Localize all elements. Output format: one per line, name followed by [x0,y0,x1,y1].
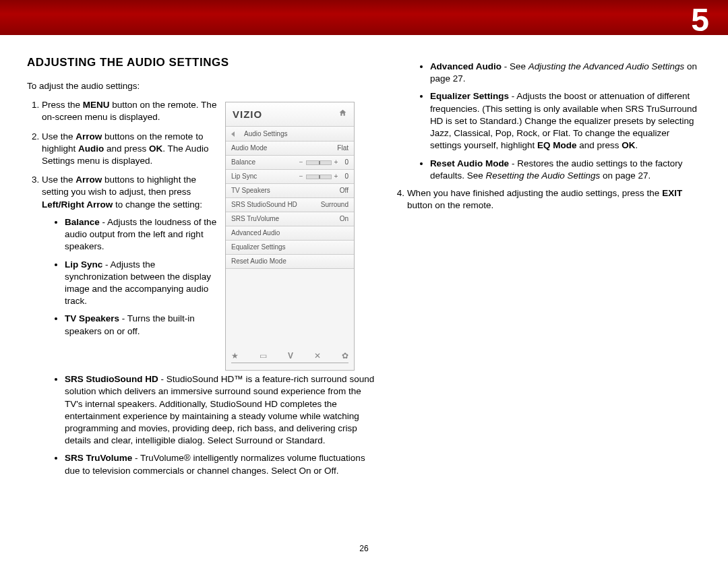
t: Arrow [75,175,102,185]
t: SRS StudioSound HD [65,374,158,384]
page-content: ADJUSTING THE AUDIO SETTINGS To adjust t… [0,35,728,482]
t: Balance [65,217,100,227]
osd-row-value: Off [340,186,348,195]
osd-row-label: Advanced Audio [231,228,280,238]
steps-inset: Press the MENU button on the remote. The… [27,99,217,371]
plus-icon: + [334,172,338,181]
t: SRS TruVolume [65,453,132,463]
intro-text: To adjust the audio settings: [27,80,376,92]
bullet-reset: Reset Audio Mode - Restores the audio se… [430,158,701,182]
t: - See [502,61,528,71]
minus-icon: − [299,172,303,181]
osd-row-label: SRS TruVolume [231,214,279,224]
chapter-banner: 5 [0,0,728,35]
t: When you have finished adjusting the aud… [407,188,662,198]
t: Lip Sync [65,259,102,270]
chapter-number: 5 [691,0,709,42]
back-triangle-icon [231,131,235,137]
t: Advanced Audio [430,61,502,71]
osd-row-label: Balance [231,158,255,167]
osd-panel: VIZIO Audio Settings Audio ModeFlatBalan… [225,102,355,371]
bullet-tvspeakers: TV Speakers - Turns the built-in speaker… [65,313,217,337]
home-icon [338,108,347,121]
osd-row-label: TV Speakers [231,186,270,195]
left-column: ADJUSTING THE AUDIO SETTINGS To adjust t… [27,55,376,482]
t: button on the remote. [407,200,493,210]
slider-track [306,175,332,179]
osd-row-value: On [340,214,348,224]
osd-row: Audio ModeFlat [226,142,354,156]
v-icon: V [288,350,293,361]
osd-row-label: SRS StudioSound HD [231,200,297,210]
osd-row: Advanced Audio [226,226,354,241]
osd-row: Balance−+0 [226,156,354,170]
t: - StudioSound HD™ is a feature-rich surr… [65,374,374,445]
osd-row-label: Lip Sync [231,172,257,181]
t: Press the [42,100,83,110]
step-4: When you have finished adjusting the aud… [407,187,701,212]
osd-row-label: Audio Mode [231,144,267,153]
step-3: Use the Arrow buttons to highlight the s… [42,174,217,338]
star-icon: ★ [231,350,239,361]
osd-row-label: Reset Audio Mode [231,257,286,266]
osd-row-value: 0 [344,172,348,181]
t: and press [576,140,621,150]
t: Use the [42,131,75,142]
plus-icon: + [334,158,338,167]
slider-track [306,160,332,165]
step-list-top: Press the MENU button on the remote. The… [27,99,217,338]
osd-row: Equalizer Settings [226,241,354,255]
osd-row: Lip Sync−+0 [226,170,354,184]
t: Reset Audio Mode [430,158,509,168]
t: and press [104,144,149,154]
osd-sub-label: Audio Settings [244,129,288,139]
osd-row-value: Flat [337,144,348,153]
osd-slider: −+0 [299,158,348,167]
osd-rows: Audio ModeFlatBalance−+0Lip Sync−+0TV Sp… [226,142,354,269]
steps-panel-wrap: Press the MENU button on the remote. The… [27,99,376,371]
bullet-eq: Equalizer Settings - Adjusts the boost o… [430,90,701,152]
osd-row-value: Surround [321,200,348,210]
section-title: ADJUSTING THE AUDIO SETTINGS [27,55,376,71]
osd-slider: −+0 [299,172,348,181]
bullets-short: Balance - Adjusts the loudness of the au… [42,216,217,338]
osd-row: Reset Audio Mode [226,255,354,269]
cc-icon: ▭ [260,350,267,361]
t: Audio [78,144,104,154]
step-2: Use the Arrow buttons on the remote to h… [42,131,217,168]
t: Equalizer Settings [430,91,509,101]
osd-row-label: Equalizer Settings [231,243,286,252]
t: Adjusting the Advanced Audio Settings [528,61,685,71]
osd-header: VIZIO [226,102,354,127]
osd-sub: Audio Settings [226,127,354,142]
vizio-logo: VIZIO [233,108,262,121]
step-list-4: When you have finished adjusting the aud… [392,187,701,212]
minus-icon: − [299,158,303,167]
bullets-right: Advanced Audio - See Adjusting the Advan… [392,61,701,182]
t: Arrow [75,131,102,142]
step-1: Press the MENU button on the remote. The… [42,99,217,123]
page-number: 26 [0,543,728,554]
osd-bottom-bar: ★ ▭ V ✕ ✿ [231,350,348,363]
t: EQ Mode [537,140,577,150]
t: OK [621,140,635,150]
right-column: Advanced Audio - See Adjusting the Advan… [392,55,701,482]
t: Use the [42,175,75,185]
gear-icon: ✿ [342,350,348,361]
t: MENU [83,100,110,110]
t: TV Speakers [65,313,119,323]
t: . [636,140,638,150]
bullet-advanced: Advanced Audio - See Adjusting the Advan… [430,61,701,85]
t: Left/Right Arrow [42,199,113,210]
t: to change the setting: [113,199,202,210]
t: OK [149,144,162,154]
t: EXIT [662,188,682,198]
osd-row: SRS StudioSound HDSurround [226,198,354,212]
bullets-wide: SRS StudioSound HD - StudioSound HD™ is … [27,373,376,477]
osd-row-value: 0 [344,158,348,167]
bullet-srs: SRS StudioSound HD - StudioSound HD™ is … [65,373,376,447]
close-icon: ✕ [314,350,321,361]
bullet-balance: Balance - Adjusts the loudness of the au… [65,216,217,253]
bullet-lipsync: Lip Sync - Adjusts the synchronization b… [65,259,217,308]
t: Resetting the Audio Settings [485,170,600,181]
